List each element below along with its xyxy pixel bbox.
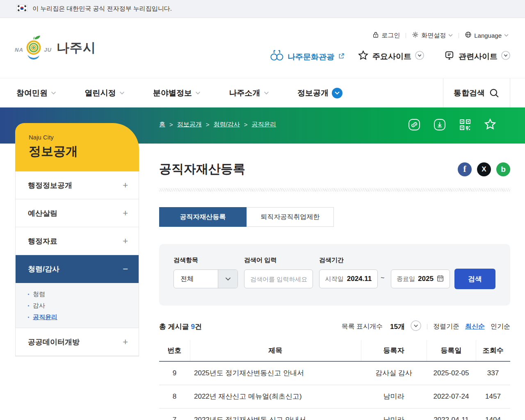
cell-author: 감사실 감사 <box>361 361 427 385</box>
search-button[interactable]: 검색 <box>454 269 495 289</box>
calendar-icon <box>436 274 444 284</box>
major-sites-menu[interactable]: 주요사이트 <box>358 50 424 63</box>
chevron-down-icon <box>51 91 56 95</box>
sidebar-eyebrow: Naju City <box>29 134 139 141</box>
cell-no: 8 <box>159 385 190 408</box>
cell-title-link[interactable]: 2025년도 정기재산변동신고 안내서 <box>190 361 361 385</box>
search-keyword-input[interactable] <box>244 276 313 283</box>
chevron-down-icon <box>448 34 453 37</box>
display-settings-menu[interactable]: 화면설정 <box>412 31 453 39</box>
sort-label: 정렬기준 <box>433 322 459 331</box>
nav-item-info-disclosure[interactable]: 정보공개 <box>297 88 342 98</box>
total-posts: 총 게시글 9건 <box>159 322 202 331</box>
minus-icon: − <box>123 264 128 274</box>
tab-retiree-employment-restriction[interactable]: 퇴직자공직취업제한 <box>247 207 334 227</box>
breadcrumb-info-disclosure[interactable]: 정보공개 <box>177 121 202 128</box>
cell-title-link[interactable]: 2022년 재산신고 메뉴얼(최초신고) <box>190 385 361 408</box>
nav-item-about-naju[interactable]: 나주소개 <box>229 88 269 98</box>
sidebar-item-budget[interactable]: 예산살림 + <box>16 199 139 227</box>
culture-tour-link[interactable]: 나주문화관광 <box>270 49 345 64</box>
breadcrumb-integrity-audit[interactable]: 청렴/감사 <box>214 121 240 128</box>
table-row: 9 2025년도 정기재산변동신고 안내서 감사실 감사 2025-02-05 … <box>159 361 510 385</box>
cell-no: 9 <box>159 361 190 385</box>
hatched-divider <box>159 188 510 192</box>
search-icon <box>489 88 500 98</box>
col-header-author: 등록자 <box>361 340 427 361</box>
cell-date: 2022-04-11 <box>427 408 476 420</box>
table-row: 8 2022년 재산신고 메뉴얼(최초신고) 남미라 2022-07-24 14… <box>159 385 510 408</box>
chevron-down-icon <box>264 91 269 95</box>
search-field-select[interactable]: 전체 <box>173 269 238 288</box>
band-share-icon[interactable]: b <box>496 162 510 176</box>
copy-url-icon[interactable] <box>408 118 421 133</box>
logo-ju-text: JU <box>44 47 52 53</box>
cell-author: 남미라 <box>361 385 427 408</box>
sort-latest-link[interactable]: 최신순 <box>465 322 485 331</box>
search-panel: 검색항목 검색어 입력 검색기간 전체 시작일 2024.11 ~ 종료일 20… <box>159 244 510 306</box>
cell-title-link[interactable]: 2022년도 정기재산변동 신고 안내서 <box>190 408 361 420</box>
qr-code-icon[interactable] <box>459 118 472 133</box>
login-link[interactable]: 로그인 <box>372 32 400 39</box>
logo-na-text: NA <box>15 47 23 53</box>
total-count: 9 <box>191 323 194 331</box>
col-header-title: 제목 <box>190 340 361 361</box>
sidebar-item-admin-data[interactable]: 행정자료 + <box>16 227 139 255</box>
page-size-label: 목록 표시개수 <box>342 322 383 331</box>
cell-views: 337 <box>476 361 510 385</box>
facebook-share-icon[interactable]: f <box>458 162 472 176</box>
double-pear-icon <box>270 49 284 64</box>
cell-date: 2022-07-24 <box>427 385 476 408</box>
integrated-search-button[interactable]: 통합검색 <box>443 78 510 108</box>
lock-icon <box>372 32 379 39</box>
plus-icon: + <box>123 236 128 247</box>
cell-views: 1457 <box>476 385 510 408</box>
download-icon[interactable] <box>433 118 446 133</box>
nav-item-field-info[interactable]: 분야별정보 <box>153 88 201 98</box>
site-header: NA JU 나주시 로그인 <box>0 18 525 78</box>
korea-flag-icon <box>16 5 27 14</box>
plus-icon: + <box>123 180 128 191</box>
cell-date: 2025-02-05 <box>427 361 476 385</box>
favorite-star-icon[interactable] <box>484 118 496 133</box>
plus-icon: + <box>123 337 128 347</box>
sort-popular-link[interactable]: 인기순 <box>491 322 510 331</box>
sidebar-submenu: 청렴 감사 공직윤리 <box>16 283 139 328</box>
cell-views: 1404 <box>476 408 510 420</box>
sidebar: Naju City 정보공개 행정정보공개 + 예산살림 + 행정자료 + 청렴… <box>15 123 139 356</box>
chevron-down-icon <box>195 91 201 95</box>
related-sites-menu[interactable]: 관련사이트 <box>444 50 510 63</box>
search-field-label: 검색항목 <box>173 256 198 264</box>
star-icon <box>358 50 369 63</box>
share-buttons: f X b <box>458 162 510 176</box>
main-content: 공직자재산등록 f X b 공직자재산등록 퇴직자공직취업제한 검색항목 검색어… <box>159 144 510 420</box>
circle-arrow-icon <box>415 51 424 62</box>
nav-item-participation[interactable]: 참여민원 <box>16 88 56 98</box>
x-share-icon[interactable]: X <box>477 162 491 176</box>
site-logo[interactable]: NA JU 나주시 <box>15 34 96 62</box>
page-size-value[interactable]: 15개 <box>390 322 405 331</box>
submenu-item-public-ethics[interactable]: 공직윤리 <box>28 313 126 321</box>
submenu-item-integrity[interactable]: 청렴 <box>28 290 126 298</box>
logo-city-name: 나주시 <box>57 39 96 57</box>
language-menu[interactable]: Language <box>465 31 509 39</box>
cell-no: 7 <box>159 408 190 420</box>
nav-item-open-administration[interactable]: 열린시정 <box>85 88 125 98</box>
sidebar-item-open-data[interactable]: 공공데이터개방 + <box>16 328 139 356</box>
sidebar-item-admin-info[interactable]: 행정정보공개 + <box>16 171 139 199</box>
submenu-item-audit[interactable]: 감사 <box>28 302 126 310</box>
col-header-no: 번호 <box>159 340 190 361</box>
external-link-icon <box>338 52 345 62</box>
breadcrumb-home[interactable]: 홈 <box>159 121 165 128</box>
start-date-field[interactable]: 시작일 2024.11 <box>319 269 378 288</box>
list-controls: 총 게시글 9건 목록 표시개수 15개 정렬기준 최신순 인기순 <box>159 320 510 333</box>
tab-property-registration[interactable]: 공직자재산등록 <box>159 207 247 227</box>
breadcrumb-public-ethics[interactable]: 공직윤리 <box>251 121 276 128</box>
sidebar-item-integrity-audit[interactable]: 청렴/감사 − <box>16 255 139 283</box>
page-size-dropdown-icon[interactable] <box>411 320 421 333</box>
chevron-down-icon <box>119 91 125 95</box>
end-date-field[interactable]: 종료일 2025 <box>391 269 450 288</box>
bullet-dot <box>28 317 29 318</box>
search-period-label: 검색기간 <box>319 256 344 264</box>
gov-banner: 이 누리집은 대한민국 공식 전자정부 누리집입니다. <box>0 0 525 18</box>
search-keyword-field <box>244 269 313 288</box>
